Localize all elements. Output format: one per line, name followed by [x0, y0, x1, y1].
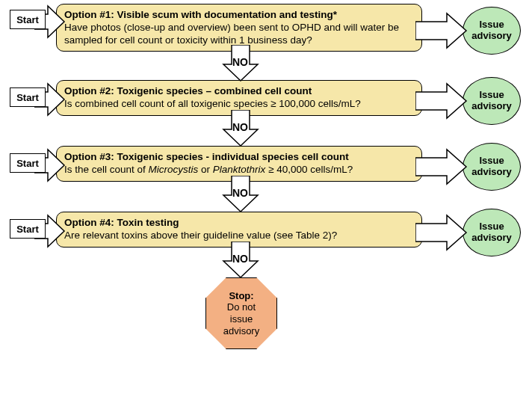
stop-octagon: Stop: Do not issue advisory	[205, 277, 277, 349]
option-mid: or	[198, 164, 213, 175]
issue-line1: Issue	[479, 156, 504, 167]
issue-line2: advisory	[471, 167, 511, 178]
option-title: Option #1: Visible scum with documentati…	[64, 9, 337, 20]
option-title: Option #2: Toxigenic species – combined …	[64, 85, 312, 96]
stop-line3: issue	[230, 313, 253, 325]
issue-advisory-ellipse-3: Issue advisory	[463, 143, 521, 191]
no-label: NO	[232, 121, 248, 133]
start-label: Start	[16, 92, 39, 103]
issue-line1: Issue	[479, 90, 504, 101]
issue-line2: advisory	[471, 31, 511, 42]
arrow-right-icon	[415, 82, 468, 120]
stop-line2: Do not	[227, 301, 256, 313]
option-body-before: Is the cell count of	[64, 164, 149, 175]
issue-line1: Issue	[479, 221, 504, 233]
issue-line2: advisory	[471, 233, 511, 244]
stop-title: Stop:	[229, 290, 253, 302]
option-body-after: ≥ 40,000 cells/mL?	[265, 164, 353, 175]
start-label: Start	[16, 14, 39, 25]
option-italic-2: Planktothrix	[213, 164, 266, 175]
no-label: NO	[232, 253, 248, 265]
start-label: Start	[16, 158, 39, 169]
arrow-right-icon	[415, 148, 468, 185]
issue-line1: Issue	[479, 19, 504, 31]
issue-advisory-ellipse-1: Issue advisory	[463, 7, 521, 55]
option-title: Option #3: Toxigenic species - individua…	[64, 151, 349, 162]
no-label: NO	[232, 187, 248, 199]
flowchart-root: Start Option #1: Visible scum with docum…	[0, 0, 532, 418]
start-box-4: Start	[10, 219, 46, 239]
stop-line4: advisory	[223, 325, 259, 337]
start-box-1: Start	[10, 10, 46, 29]
option-title: Option #4: Toxin testing	[64, 217, 179, 228]
start-box-2: Start	[10, 87, 46, 107]
option-body: Is combined cell count of all toxigenic …	[64, 98, 361, 109]
issue-advisory-ellipse-2: Issue advisory	[463, 77, 521, 125]
start-label: Start	[16, 224, 39, 235]
start-box-3: Start	[10, 153, 46, 173]
option-body: Have photos (close-up and overview) been…	[64, 22, 399, 46]
option-italic-1: Microcystis	[149, 164, 199, 175]
arrow-right-icon	[415, 214, 468, 251]
issue-line2: advisory	[471, 101, 511, 112]
no-label: NO	[232, 56, 248, 68]
issue-advisory-ellipse-4: Issue advisory	[463, 209, 521, 256]
arrow-right-icon	[415, 12, 468, 49]
option-body: Are relevant toxins above their guidelin…	[64, 230, 337, 241]
